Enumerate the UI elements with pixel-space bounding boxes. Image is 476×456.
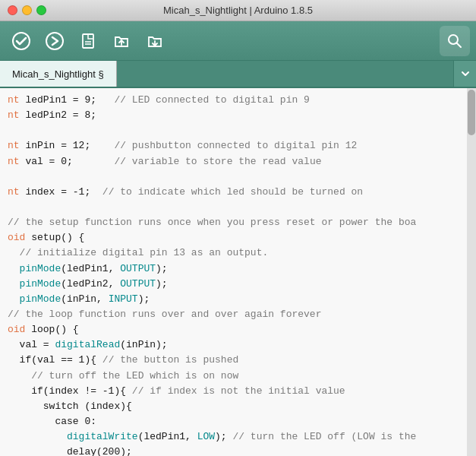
close-button[interactable]: [8, 5, 17, 15]
code-line: nt index = -1; // to indicate which led …: [8, 185, 468, 200]
code-line: case 0:: [8, 414, 468, 429]
code-line: delay(200);: [8, 445, 468, 456]
code-editor[interactable]: nt ledPin1 = 9; // LED connected to digi…: [0, 88, 476, 456]
code-line: digitalWrite(ledPin1, LOW); // turn the …: [8, 429, 468, 445]
code-line: nt ledPin1 = 9; // LED connected to digi…: [8, 93, 468, 108]
search-button[interactable]: [440, 26, 470, 56]
code-line: if(val == 1){ // the button is pushed: [8, 353, 468, 368]
upload-button[interactable]: [39, 26, 70, 56]
toolbar: [0, 21, 476, 61]
code-line: nt val = 0; // variable to store the rea…: [8, 154, 468, 169]
code-line: [8, 123, 468, 138]
tab-bar: Micah_s_Nightlight §: [0, 61, 476, 88]
code-line: pinMode(ledPin1, OUTPUT);: [8, 261, 468, 277]
code-line: val = digitalRead(inPin);: [8, 337, 468, 353]
code-line: switch (index){: [8, 399, 468, 414]
scrollbar[interactable]: [467, 88, 476, 456]
svg-point-0: [13, 33, 30, 49]
active-tab[interactable]: Micah_s_Nightlight §: [0, 61, 117, 87]
code-line: // initialize digital pin 13 as an outpu…: [8, 245, 468, 261]
window-controls: [8, 5, 46, 15]
code-line: pinMode(inPin, INPUT);: [8, 292, 468, 307]
maximize-button[interactable]: [36, 5, 46, 15]
code-line: if(index != -1){ // if index is not the …: [8, 384, 468, 399]
code-line: // the loop function runs over and over …: [8, 307, 468, 322]
code-line: // turn off the LED which is on now: [8, 369, 468, 384]
svg-point-1: [46, 33, 63, 49]
title-bar: Micah_s_Nightlight | Arduino 1.8.5: [0, 0, 476, 21]
code-line: // the setup function runs once when you…: [8, 215, 468, 230]
tab-label: Micah_s_Nightlight §: [12, 68, 104, 80]
verify-button[interactable]: [6, 26, 36, 56]
svg-line-6: [457, 43, 462, 47]
window-title: Micah_s_Nightlight | Arduino 1.8.5: [163, 5, 313, 16]
code-line: nt inPin = 12; // pushbutton connected t…: [8, 138, 468, 154]
tab-dropdown[interactable]: [453, 61, 476, 87]
code-line: oid setup() {: [8, 230, 468, 245]
code-line: nt ledPin2 = 8;: [8, 108, 468, 123]
code-line: pinMode(ledPin2, OUTPUT);: [8, 277, 468, 292]
new-button[interactable]: [73, 26, 103, 56]
code-line: [8, 169, 468, 185]
code-line: oid loop() {: [8, 322, 468, 337]
minimize-button[interactable]: [22, 5, 32, 15]
code-line: [8, 200, 468, 215]
open-button[interactable]: [106, 26, 137, 56]
scroll-thumb[interactable]: [468, 90, 475, 135]
save-button[interactable]: [140, 26, 170, 56]
